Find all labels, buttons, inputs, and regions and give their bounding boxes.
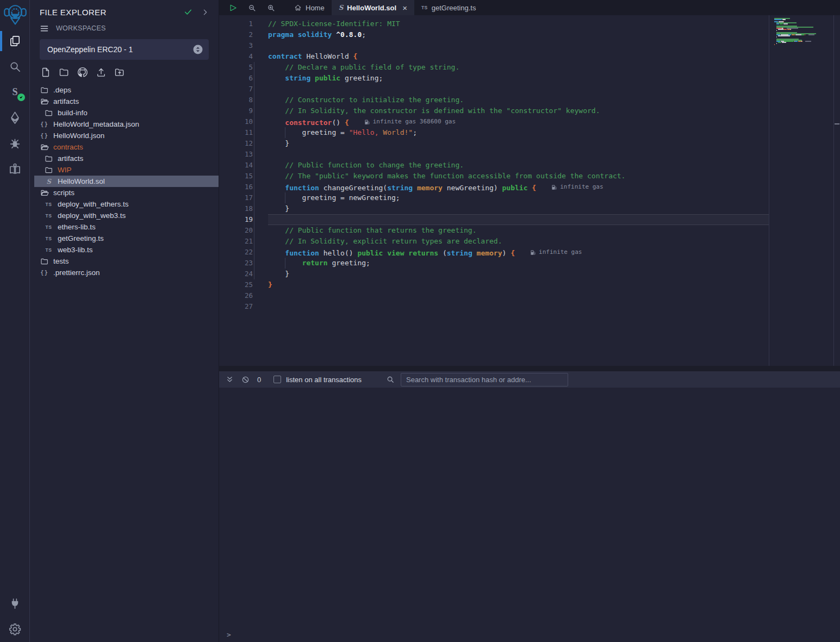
- code-line-19[interactable]: 19: [219, 214, 769, 225]
- run-script-button[interactable]: [229, 4, 237, 12]
- workspace-ok-icon: [184, 8, 192, 16]
- code-line-25[interactable]: 25}: [219, 279, 769, 290]
- create-new-folder-button[interactable]: [57, 66, 71, 79]
- line-content: }: [268, 279, 769, 290]
- code-line-24[interactable]: 24 }: [219, 269, 769, 279]
- tree-item-artifacts[interactable]: artifacts: [30, 153, 219, 164]
- code-line-10[interactable]: 10 constructor() {infinite gas 368600 ga…: [219, 116, 769, 127]
- line-content: // Declare a public field of type string…: [268, 62, 769, 73]
- tree-item-helloworld-metadata-json[interactable]: {}HelloWorld_metadata.json: [30, 119, 219, 130]
- new-file-icon: [40, 67, 51, 78]
- code-line-27[interactable]: 27: [219, 301, 769, 312]
- code-line-5[interactable]: 5 // Declare a public field of type stri…: [219, 62, 769, 73]
- code-area[interactable]: 1// SPDX-License-Identifier: MIT2pragma …: [219, 15, 769, 366]
- workspace-selector[interactable]: OpenZeppelin ERC20 - 1: [40, 39, 209, 60]
- tree-item-label: deploy_with_web3.ts: [58, 211, 126, 220]
- code-line-16[interactable]: 16 function changeGreeting(string memory…: [219, 182, 769, 192]
- tab-label: HelloWorld.sol: [347, 4, 396, 12]
- upload-folder-button[interactable]: [113, 66, 126, 79]
- tree-item-tests[interactable]: tests: [30, 255, 219, 267]
- code-line-1[interactable]: 1// SPDX-License-Identifier: MIT: [219, 18, 769, 29]
- zoom-out-button[interactable]: [248, 4, 256, 12]
- line-content: function changeGreeting(string memory ne…: [268, 182, 769, 192]
- code-line-18[interactable]: 18 }: [219, 203, 769, 214]
- code-line-17[interactable]: 17 greeting = newGreeting;: [219, 192, 769, 203]
- listen-transactions-checkbox[interactable]: [273, 376, 281, 383]
- code-line-6[interactable]: 6 string public greeting;: [219, 73, 769, 84]
- close-tab-icon[interactable]: ×: [402, 3, 407, 13]
- line-number: 25: [219, 279, 253, 290]
- expand-terminal-button[interactable]: [226, 376, 234, 384]
- tree-item-label: .prettierrc.json: [53, 269, 100, 277]
- tab-home[interactable]: Home: [287, 0, 332, 15]
- remix-logo[interactable]: [0, 0, 30, 28]
- tree-item-contracts[interactable]: contracts: [30, 141, 219, 153]
- minimap[interactable]: [769, 15, 833, 366]
- tree-item-helloworld-sol[interactable]: SHelloWorld.sol: [30, 176, 219, 187]
- tree-item-wip[interactable]: WIP: [30, 164, 219, 176]
- code-line-20[interactable]: 20 // Public function that returns the g…: [219, 225, 769, 236]
- terminal-search-input[interactable]: [401, 373, 568, 387]
- tree-item--deps[interactable]: .deps: [30, 84, 219, 96]
- code-line-22[interactable]: 22 function hello() public view returns …: [219, 247, 769, 258]
- activity-learneth[interactable]: [0, 156, 30, 182]
- tree-item-deploy-with-ethers-ts[interactable]: TSdeploy_with_ethers.ts: [30, 198, 219, 210]
- code-line-4[interactable]: 4contract HelloWorld {: [219, 51, 769, 62]
- chevron-right-icon[interactable]: [202, 9, 209, 16]
- activity-deploy-and-run[interactable]: [0, 105, 30, 130]
- code-line-23[interactable]: 23 return greeting;: [219, 258, 769, 269]
- zoom-in-button[interactable]: [267, 4, 275, 12]
- code-line-13[interactable]: 13: [219, 149, 769, 160]
- code-line-9[interactable]: 9 // In Solidity, the constructor is def…: [219, 105, 769, 116]
- editor-scrollbar[interactable]: [833, 15, 840, 366]
- tree-item-build-info[interactable]: build-info: [30, 107, 219, 119]
- tab-helloworld-sol[interactable]: SHelloWorld.sol×: [332, 0, 414, 15]
- workspace-sort-icon[interactable]: [192, 44, 203, 55]
- clone-git-repository-button[interactable]: [76, 66, 89, 79]
- compile-success-badge: [17, 94, 25, 101]
- code-line-12[interactable]: 12 }: [219, 138, 769, 149]
- upload-file-button[interactable]: [94, 66, 108, 79]
- plug-icon: [9, 597, 21, 610]
- code-line-15[interactable]: 15 // The "public" keyword makes the fun…: [219, 171, 769, 182]
- create-new-file-button[interactable]: [39, 66, 52, 79]
- tree-item-web3-lib-ts[interactable]: TSweb3-lib.ts: [30, 244, 219, 255]
- tree-item-label: tests: [53, 257, 69, 265]
- activity-debugger[interactable]: [0, 130, 30, 156]
- terminal-body[interactable]: >: [219, 388, 840, 642]
- code-line-2[interactable]: 2pragma solidity ^0.8.0;: [219, 29, 769, 40]
- line-content: }: [268, 269, 769, 279]
- book-icon: [9, 163, 21, 175]
- tree-item-scripts[interactable]: scripts: [30, 187, 219, 198]
- folder-closed-icon: [44, 109, 53, 117]
- code-line-11[interactable]: 11 greeting = "Hello, World!";: [219, 127, 769, 138]
- activity-settings[interactable]: [0, 616, 30, 642]
- line-content: pragma solidity ^0.8.0;: [268, 29, 769, 40]
- activity-search[interactable]: [0, 54, 30, 79]
- code-line-26[interactable]: 26: [219, 290, 769, 301]
- sidebar-header: FILE EXPLORER: [30, 5, 219, 19]
- tree-item--prettierrc-json[interactable]: {}.prettierrc.json: [30, 267, 219, 278]
- code-line-7[interactable]: 7: [219, 84, 769, 95]
- code-line-14[interactable]: 14 // Public function to change the gree…: [219, 160, 769, 171]
- line-number: 18: [219, 203, 253, 214]
- tree-item-helloworld-json[interactable]: {}HelloWorld.json: [30, 130, 219, 141]
- terminal-resize-handle[interactable]: [219, 366, 840, 371]
- activity-bar-top: S: [0, 28, 29, 182]
- code-line-3[interactable]: 3: [219, 40, 769, 51]
- activity-plugin-manager[interactable]: [0, 591, 30, 616]
- activity-solidity-compiler[interactable]: S: [0, 79, 30, 105]
- tab-getgreeting-ts[interactable]: TSgetGreeting.ts: [414, 0, 483, 15]
- code-line-21[interactable]: 21 // In Solidity, explicit return types…: [219, 236, 769, 247]
- activity-bar-spacer: [0, 182, 29, 591]
- tree-item-artifacts[interactable]: artifacts: [30, 96, 219, 107]
- line-content: return greeting;: [268, 258, 769, 269]
- workspaces-menu-icon[interactable]: [40, 24, 49, 33]
- tree-item-getgreeting-ts[interactable]: TSgetGreeting.ts: [30, 233, 219, 244]
- line-content: // Public function to change the greetin…: [268, 160, 769, 171]
- tree-item-deploy-with-web3-ts[interactable]: TSdeploy_with_web3.ts: [30, 210, 219, 221]
- activity-file-explorer[interactable]: [0, 28, 30, 54]
- tree-item-ethers-lib-ts[interactable]: TSethers-lib.ts: [30, 221, 219, 233]
- code-line-8[interactable]: 8 // Constructor to initialize the greet…: [219, 95, 769, 105]
- clear-console-button[interactable]: [241, 376, 250, 384]
